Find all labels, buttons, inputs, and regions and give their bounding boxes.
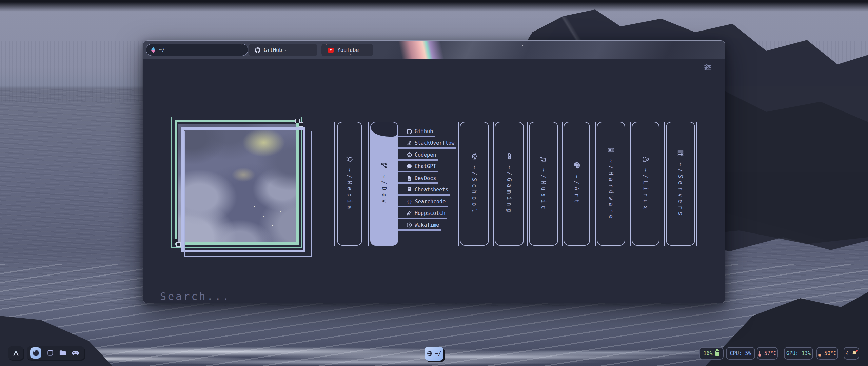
shelf-divider xyxy=(696,122,697,246)
link-searchcode[interactable]: {} Searchcode xyxy=(398,198,448,205)
music-note-icon xyxy=(540,156,547,163)
book-art[interactable]: ~/Art xyxy=(564,122,590,246)
github-icon xyxy=(255,47,260,53)
settings-sliders-icon[interactable] xyxy=(703,63,713,72)
startpage-content: ~/Media ~/Dev ~/School ~/Gaming xyxy=(143,59,725,303)
braces-icon: {} xyxy=(407,199,412,204)
browser-globe-icon xyxy=(427,351,433,357)
link-label: WakaTime xyxy=(415,222,439,228)
app-launcher-button[interactable] xyxy=(8,346,23,360)
tab-github[interactable]: GitHub xyxy=(249,44,317,56)
book-label: ~/Art xyxy=(573,175,580,205)
battery-icon xyxy=(715,350,719,356)
stack-icon xyxy=(407,140,412,146)
battery-widget[interactable]: 16% xyxy=(699,347,724,360)
shelf-divider xyxy=(562,122,563,246)
gpu-widget[interactable]: GPU: 13% xyxy=(784,347,813,360)
chat-bubble-icon xyxy=(407,164,412,169)
taskbar-dock xyxy=(27,346,84,360)
tab-youtube[interactable]: YouTube xyxy=(321,44,373,56)
search-input[interactable] xyxy=(159,290,695,308)
active-window-title: ~/ xyxy=(435,351,441,357)
shelf-divider xyxy=(493,122,494,246)
book-label: ~/Dev xyxy=(381,175,388,205)
url-bar[interactable]: ~/ xyxy=(146,44,248,56)
rocket-icon xyxy=(407,210,412,216)
url-text: ~/ xyxy=(159,47,165,53)
cloud-painting xyxy=(178,124,297,242)
cpu-usage: CPU: 5% xyxy=(730,350,751,357)
notification-count: 4 xyxy=(846,350,849,357)
book-label: ~/School xyxy=(471,165,478,215)
media-icon xyxy=(346,156,353,163)
youtube-icon xyxy=(328,48,334,53)
book-school[interactable]: ~/School xyxy=(460,122,489,246)
link-label: StackOverflow xyxy=(415,140,454,146)
link-label: ChatGPT xyxy=(415,163,436,169)
browser-logo-icon xyxy=(151,47,156,53)
cpu-temp: 57°C xyxy=(764,350,776,357)
browser-window: ~/ GitHub YouTube xyxy=(143,40,725,303)
link-hoppscotch[interactable]: Hoppscotch xyxy=(398,210,447,217)
games-dock-icon[interactable] xyxy=(72,351,79,355)
bell-icon xyxy=(852,350,857,356)
tux-penguin-icon xyxy=(642,156,649,163)
book-media[interactable]: ~/Media xyxy=(337,122,362,246)
shelf-divider xyxy=(527,122,528,246)
files-dock-icon[interactable] xyxy=(59,350,66,356)
firefox-dock-icon[interactable] xyxy=(30,347,41,359)
book-linux[interactable]: ~/Linux xyxy=(632,122,659,246)
book-gaming[interactable]: ~/Gaming xyxy=(495,122,524,246)
cpu-widget[interactable]: CPU: 5% xyxy=(726,347,755,360)
book-label: ~/Servers xyxy=(677,162,684,218)
link-label: Cheatsheets xyxy=(415,187,448,193)
tab-label: YouTube xyxy=(337,47,359,53)
document-icon xyxy=(407,176,412,181)
notification-dot xyxy=(856,350,858,352)
tab-label: GitHub xyxy=(264,47,282,53)
link-stackoverflow[interactable]: StackOverflow xyxy=(398,140,456,147)
book-dev-open[interactable]: ~/Dev xyxy=(370,122,398,246)
github-icon xyxy=(407,129,412,134)
book-dev-cap xyxy=(371,122,397,137)
link-wakatime[interactable]: WakaTime xyxy=(398,221,441,228)
shelf-divider xyxy=(368,122,369,246)
shelf-divider xyxy=(664,122,665,246)
link-label: DevDocs xyxy=(415,175,436,181)
link-label: Searchcode xyxy=(415,199,446,205)
book-label: ~/Media xyxy=(346,168,353,212)
link-chatgpt[interactable]: ChatGPT xyxy=(398,163,438,170)
book-label: ~/Hardware xyxy=(608,159,614,221)
dev-links-panel: Github StackOverflow Codepen ChatGPT Dev… xyxy=(398,128,456,233)
palette-icon xyxy=(573,162,580,169)
gpu-temp: 50°C xyxy=(824,350,836,357)
search-row xyxy=(159,290,695,308)
pc-tower-icon xyxy=(607,146,615,154)
book-label: ~/Music xyxy=(540,168,547,212)
link-label: Github xyxy=(415,128,433,135)
browser-tab-bar: ~/ GitHub YouTube xyxy=(143,41,725,59)
book-hardware[interactable]: ~/Hardware xyxy=(597,122,625,246)
shelf-divider xyxy=(458,122,459,246)
notifications-widget[interactable]: 4 xyxy=(844,347,859,360)
link-label: Hoppscotch xyxy=(415,210,445,216)
link-codepen[interactable]: Codepen xyxy=(398,151,438,158)
active-window-button[interactable]: ~/ xyxy=(425,347,443,361)
book-music[interactable]: ~/Music xyxy=(529,122,558,246)
terminal-dock-icon[interactable] xyxy=(47,350,54,356)
git-branch-icon xyxy=(380,162,388,169)
frame-handle xyxy=(299,122,303,127)
cpu-temp-widget[interactable]: 57°C xyxy=(757,347,778,360)
link-devdocs[interactable]: DevDocs xyxy=(398,175,438,182)
link-cheatsheets[interactable]: Cheatsheets xyxy=(398,186,450,194)
battery-percent: 16% xyxy=(703,350,712,357)
link-github[interactable]: Github xyxy=(398,128,435,135)
codepen-icon xyxy=(407,152,412,158)
graduation-cap-icon xyxy=(471,152,478,160)
gpu-temp-widget[interactable]: 50°C xyxy=(816,347,838,360)
clock-icon xyxy=(407,222,412,228)
shelf-divider xyxy=(630,122,631,246)
book-servers[interactable]: ~/Servers xyxy=(666,122,695,246)
gpu-usage: GPU: 13% xyxy=(786,350,811,357)
gamepad-icon xyxy=(506,152,513,160)
